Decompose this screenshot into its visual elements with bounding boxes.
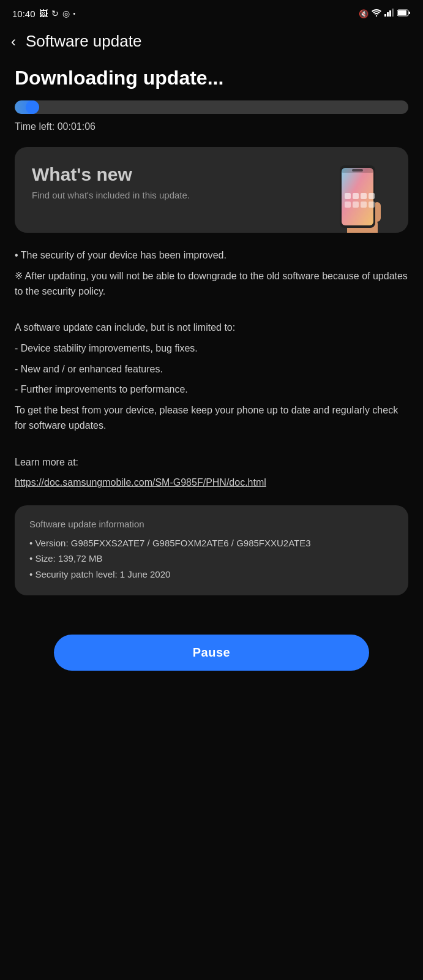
svg-rect-3 — [389, 10, 391, 17]
desc-line2: ※ After updating, you will not be able t… — [15, 268, 408, 300]
desc-line3: A software update can include, but is no… — [15, 320, 408, 336]
status-bar: 10:40 🖼 ↻ ◎ • 🔇 — [0, 0, 423, 24]
info-card-title: Software update information — [29, 519, 394, 529]
svg-rect-17 — [345, 193, 351, 199]
location-icon: ◎ — [62, 9, 70, 18]
phone-illustration — [329, 153, 396, 233]
pause-button[interactable]: Pause — [54, 635, 369, 671]
update-link[interactable]: https://doc.samsungmobile.com/SM-G985F/P… — [15, 477, 266, 488]
time-display: 10:40 — [12, 9, 36, 19]
size-info: • Size: 139,72 MB — [29, 551, 394, 567]
page-title: Software update — [26, 32, 141, 51]
downloading-title: Downloading update... — [15, 67, 408, 89]
svg-rect-1 — [384, 14, 386, 17]
desc-line4: - Device stability improvements, bug fix… — [15, 341, 408, 356]
signal-icon — [384, 9, 394, 18]
svg-rect-22 — [353, 202, 359, 208]
status-left: 10:40 🖼 ↻ ◎ • — [12, 9, 75, 19]
security-patch-info: • Security patch level: 1 June 2020 — [29, 567, 394, 582]
svg-rect-20 — [369, 193, 375, 199]
top-bar: ‹ Software update — [0, 24, 423, 61]
svg-rect-24 — [369, 202, 375, 208]
status-right: 🔇 — [359, 9, 411, 18]
progress-bar-fill — [15, 100, 39, 114]
photo-icon: 🖼 — [39, 9, 48, 18]
desc-line6: - Further improvements to performance. — [15, 382, 408, 398]
svg-point-0 — [376, 15, 377, 17]
version-info: • Version: G985FXXS2ATE7 / G985FOXM2ATE6… — [29, 535, 394, 551]
whats-new-card: What's new Find out what's included in t… — [15, 147, 408, 233]
progress-container — [15, 100, 408, 114]
mute-icon: 🔇 — [359, 9, 369, 18]
svg-rect-26 — [352, 169, 363, 172]
svg-rect-18 — [353, 193, 359, 199]
main-content: Downloading update... Time left: 00:01:0… — [0, 61, 423, 625]
svg-rect-21 — [345, 202, 351, 208]
wifi-icon — [372, 9, 381, 18]
learn-more-label: Learn more at: — [15, 454, 408, 470]
software-info-card: Software update information • Version: G… — [15, 505, 408, 596]
svg-rect-4 — [392, 9, 394, 17]
dot-icon: • — [73, 10, 76, 17]
pause-button-container: Pause — [0, 625, 423, 695]
time-left: Time left: 00:01:06 — [15, 121, 408, 132]
desc-line5: - New and / or enhanced features. — [15, 361, 408, 377]
desc-line1: • The security of your device has been i… — [15, 247, 408, 263]
sync-icon: ↻ — [51, 9, 59, 18]
svg-rect-23 — [361, 202, 367, 208]
svg-rect-19 — [361, 193, 367, 199]
back-button[interactable]: ‹ — [11, 34, 16, 49]
svg-rect-2 — [387, 12, 389, 17]
desc-line7: To get the best from your device, please… — [15, 402, 408, 434]
progress-bar-background — [15, 100, 408, 114]
battery-icon — [397, 9, 411, 18]
description-block: • The security of your device has been i… — [15, 247, 408, 491]
svg-rect-6 — [398, 10, 406, 15]
svg-rect-7 — [409, 12, 411, 14]
